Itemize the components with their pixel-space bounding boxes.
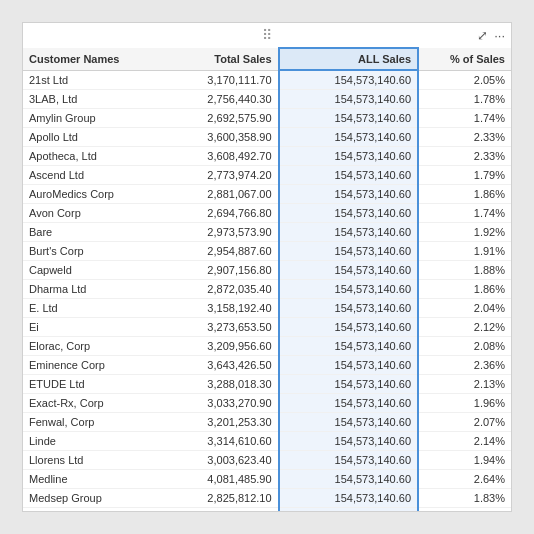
cell-pct-sales: 2.33% xyxy=(418,128,511,147)
cell-pct-sales: 1.86% xyxy=(418,185,511,204)
table-row: Elorac, Corp 3,209,956.60 154,573,140.60… xyxy=(23,337,511,356)
cell-total-sales: 3,608,492.70 xyxy=(151,147,279,166)
cell-pct-sales: 1.74% xyxy=(418,508,511,512)
cell-customer: E. Ltd xyxy=(23,299,151,318)
table-row: Capweld 2,907,156.80 154,573,140.60 1.88… xyxy=(23,261,511,280)
cell-all-sales: 154,573,140.60 xyxy=(279,90,418,109)
cell-total-sales: 2,773,974.20 xyxy=(151,166,279,185)
cell-total-sales: 3,314,610.60 xyxy=(151,432,279,451)
cell-all-sales: 154,573,140.60 xyxy=(279,375,418,394)
table-row: Avon Corp 2,694,766.80 154,573,140.60 1.… xyxy=(23,204,511,223)
cell-customer: Medsep Group xyxy=(23,489,151,508)
cell-total-sales: 2,688,361.60 xyxy=(151,508,279,512)
table-row: 3LAB, Ltd 2,756,440.30 154,573,140.60 1.… xyxy=(23,90,511,109)
cell-customer: Mylan Corp xyxy=(23,508,151,512)
table-header-row: Customer Names Total Sales ALL Sales % o… xyxy=(23,48,511,70)
cell-total-sales: 2,872,035.40 xyxy=(151,280,279,299)
cell-pct-sales: 1.79% xyxy=(418,166,511,185)
cell-pct-sales: 2.05% xyxy=(418,70,511,90)
col-header-total-sales: Total Sales xyxy=(151,48,279,70)
cell-all-sales: 154,573,140.60 xyxy=(279,223,418,242)
cell-customer: Medline xyxy=(23,470,151,489)
table-row: Ei 3,273,653.50 154,573,140.60 2.12% xyxy=(23,318,511,337)
table-row: Burt's Corp 2,954,887.60 154,573,140.60 … xyxy=(23,242,511,261)
cell-pct-sales: 2.14% xyxy=(418,432,511,451)
more-options-icon[interactable]: ··· xyxy=(494,28,505,43)
table-scroll[interactable]: Customer Names Total Sales ALL Sales % o… xyxy=(23,47,511,511)
cell-customer: Capweld xyxy=(23,261,151,280)
cell-all-sales: 154,573,140.60 xyxy=(279,470,418,489)
cell-customer: Burt's Corp xyxy=(23,242,151,261)
cell-customer: ETUDE Ltd xyxy=(23,375,151,394)
cell-total-sales: 2,881,067.00 xyxy=(151,185,279,204)
cell-total-sales: 3,170,111.70 xyxy=(151,70,279,90)
data-table: Customer Names Total Sales ALL Sales % o… xyxy=(23,47,511,511)
cell-pct-sales: 1.86% xyxy=(418,280,511,299)
cell-pct-sales: 1.74% xyxy=(418,109,511,128)
cell-all-sales: 154,573,140.60 xyxy=(279,70,418,90)
cell-customer: Ascend Ltd xyxy=(23,166,151,185)
cell-pct-sales: 1.83% xyxy=(418,489,511,508)
expand-icon[interactable]: ⤢ xyxy=(477,28,488,43)
cell-pct-sales: 2.08% xyxy=(418,337,511,356)
col-header-pct-sales: % of Sales xyxy=(418,48,511,70)
cell-all-sales: 154,573,140.60 xyxy=(279,432,418,451)
cell-all-sales: 154,573,140.60 xyxy=(279,489,418,508)
cell-customer: 3LAB, Ltd xyxy=(23,90,151,109)
cell-customer: Amylin Group xyxy=(23,109,151,128)
cell-total-sales: 2,973,573.90 xyxy=(151,223,279,242)
widget-header: ⠿ ⤢ ··· xyxy=(23,23,511,47)
cell-pct-sales: 1.78% xyxy=(418,90,511,109)
drag-handle-icon[interactable]: ⠿ xyxy=(262,27,272,43)
table-row: Exact-Rx, Corp 3,033,270.90 154,573,140.… xyxy=(23,394,511,413)
cell-customer: Eminence Corp xyxy=(23,356,151,375)
cell-pct-sales: 2.12% xyxy=(418,318,511,337)
cell-customer: Avon Corp xyxy=(23,204,151,223)
cell-customer: Llorens Ltd xyxy=(23,451,151,470)
cell-customer: Exact-Rx, Corp xyxy=(23,394,151,413)
table-row: Ascend Ltd 2,773,974.20 154,573,140.60 1… xyxy=(23,166,511,185)
cell-total-sales: 3,033,270.90 xyxy=(151,394,279,413)
table-row: Fenwal, Corp 3,201,253.30 154,573,140.60… xyxy=(23,413,511,432)
cell-pct-sales: 1.96% xyxy=(418,394,511,413)
table-row: Medline 4,081,485.90 154,573,140.60 2.64… xyxy=(23,470,511,489)
cell-customer: Fenwal, Corp xyxy=(23,413,151,432)
table-row: Apotheca, Ltd 3,608,492.70 154,573,140.6… xyxy=(23,147,511,166)
table-row: E. Ltd 3,158,192.40 154,573,140.60 2.04% xyxy=(23,299,511,318)
cell-total-sales: 2,694,766.80 xyxy=(151,204,279,223)
cell-pct-sales: 2.13% xyxy=(418,375,511,394)
cell-customer: 21st Ltd xyxy=(23,70,151,90)
cell-customer: Apotheca, Ltd xyxy=(23,147,151,166)
cell-all-sales: 154,573,140.60 xyxy=(279,128,418,147)
cell-total-sales: 2,692,575.90 xyxy=(151,109,279,128)
cell-all-sales: 154,573,140.60 xyxy=(279,204,418,223)
cell-total-sales: 3,288,018.30 xyxy=(151,375,279,394)
table-row: Eminence Corp 3,643,426.50 154,573,140.6… xyxy=(23,356,511,375)
table-row: Linde 3,314,610.60 154,573,140.60 2.14% xyxy=(23,432,511,451)
cell-customer: AuroMedics Corp xyxy=(23,185,151,204)
cell-customer: Bare xyxy=(23,223,151,242)
cell-customer: Apollo Ltd xyxy=(23,128,151,147)
cell-total-sales: 3,158,192.40 xyxy=(151,299,279,318)
table-row: ETUDE Ltd 3,288,018.30 154,573,140.60 2.… xyxy=(23,375,511,394)
cell-all-sales: 154,573,140.60 xyxy=(279,166,418,185)
table-row: AuroMedics Corp 2,881,067.00 154,573,140… xyxy=(23,185,511,204)
cell-total-sales: 2,907,156.80 xyxy=(151,261,279,280)
cell-pct-sales: 2.33% xyxy=(418,147,511,166)
cell-all-sales: 154,573,140.60 xyxy=(279,356,418,375)
cell-total-sales: 3,600,358.90 xyxy=(151,128,279,147)
table-row: Medsep Group 2,825,812.10 154,573,140.60… xyxy=(23,489,511,508)
cell-all-sales: 154,573,140.60 xyxy=(279,185,418,204)
cell-total-sales: 3,643,426.50 xyxy=(151,356,279,375)
widget-container: ⠿ ⤢ ··· Customer Names Total Sales ALL S… xyxy=(22,22,512,512)
cell-all-sales: 154,573,140.60 xyxy=(279,261,418,280)
col-header-customer: Customer Names xyxy=(23,48,151,70)
cell-total-sales: 2,954,887.60 xyxy=(151,242,279,261)
cell-all-sales: 154,573,140.60 xyxy=(279,413,418,432)
cell-pct-sales: 1.94% xyxy=(418,451,511,470)
cell-all-sales: 154,573,140.60 xyxy=(279,337,418,356)
cell-customer: Ei xyxy=(23,318,151,337)
cell-all-sales: 154,573,140.60 xyxy=(279,109,418,128)
col-header-all-sales: ALL Sales xyxy=(279,48,418,70)
table-wrapper: Customer Names Total Sales ALL Sales % o… xyxy=(23,47,511,511)
